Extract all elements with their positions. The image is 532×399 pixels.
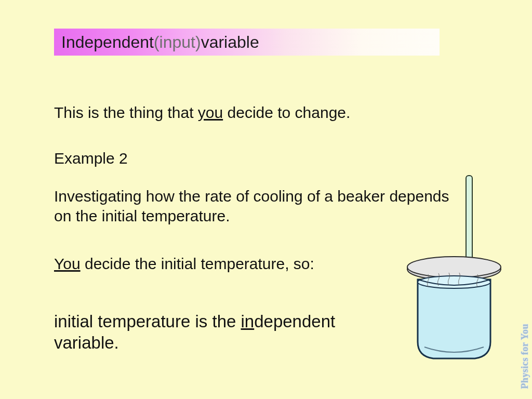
concl-pre: initial temperature is the xyxy=(54,312,241,331)
slide-title-bar: Independent (input) variable xyxy=(54,29,440,56)
svg-point-4 xyxy=(407,257,501,277)
intro-post: decide to change. xyxy=(223,104,350,121)
watermark-physics-for-you: Physics for You xyxy=(520,324,530,389)
svg-point-3 xyxy=(407,258,501,281)
svg-point-5 xyxy=(418,276,490,288)
decide-you: You xyxy=(54,255,81,272)
intro-pre: This is the thing that xyxy=(54,104,198,121)
slide: Independent (input) variable This is the… xyxy=(0,0,532,399)
example-text: Investigating how the rate of cooling of… xyxy=(54,187,459,225)
concl-in: in xyxy=(241,312,255,331)
intro-line: This is the thing that you decide to cha… xyxy=(54,103,350,123)
svg-point-2 xyxy=(466,325,472,336)
intro-you: you xyxy=(198,104,223,121)
svg-rect-1 xyxy=(467,303,471,329)
conclusion-line: initial temperature is the independent v… xyxy=(54,311,345,354)
title-paren: (input) xyxy=(154,33,201,52)
decide-line: You decide the initial temperature, so: xyxy=(54,254,345,274)
title-lead: Independent xyxy=(61,33,154,52)
example-label: Example 2 xyxy=(54,149,128,168)
decide-post: decide the initial temperature, so: xyxy=(81,255,314,272)
svg-rect-0 xyxy=(466,176,472,313)
title-trail: variable xyxy=(201,33,259,52)
